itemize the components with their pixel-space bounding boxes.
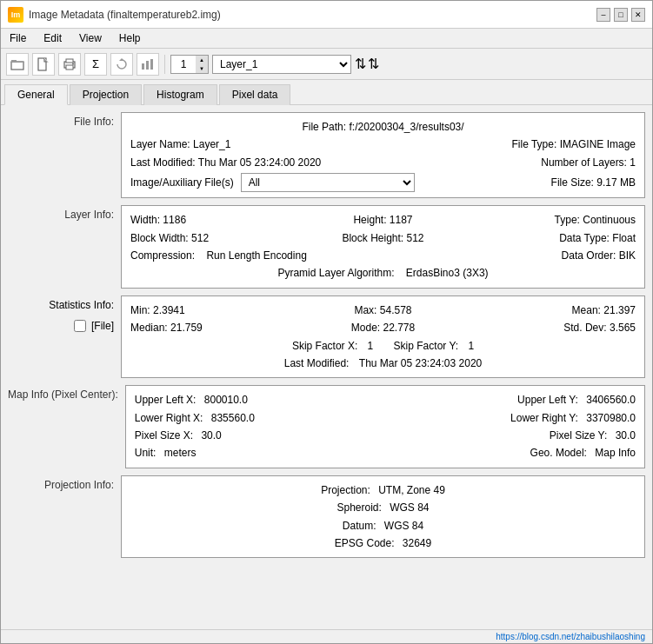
layer-select[interactable]: Layer_1 — [212, 55, 351, 74]
tab-histogram[interactable]: Histogram — [143, 84, 217, 105]
maximize-button[interactable]: □ — [614, 8, 628, 22]
projection-info-box: Projection: UTM, Zone 49 Spheroid: WGS 8… — [121, 475, 645, 559]
layer-number-input[interactable]: 1 — [171, 56, 196, 73]
minimize-button[interactable]: – — [596, 8, 610, 22]
app-icon: Im — [8, 7, 23, 23]
statistics-box: Min: 2.3941 Max: 54.578 Mean: 21.397 Med… — [121, 295, 645, 379]
block-height-info: Block Height: 512 — [299, 229, 466, 247]
window-title: Image Metadata (finaltemperatureb2.img) — [29, 9, 221, 21]
status-url: https://blog.csdn.net/zhaibushilaoshing — [496, 632, 645, 641]
height-info: Height: 1187 — [299, 211, 466, 229]
tab-projection[interactable]: Projection — [70, 84, 142, 105]
stats-row-1: Min: 2.3941 Max: 54.578 Mean: 21.397 — [130, 302, 636, 319]
file-size-value: 9.17 MB — [596, 176, 636, 189]
svg-rect-10 — [146, 61, 149, 70]
data-order-info: Data Order: BIK — [384, 247, 636, 264]
proj-row-4: EPSG Code: 32649 — [130, 534, 636, 552]
width-info: Width: 1186 — [130, 211, 297, 229]
toolbar-separator — [164, 55, 165, 74]
auxiliary-row: Image/Auxiliary File(s) All File Size: 9… — [130, 173, 636, 192]
lower-right-x-info: Lower Right X: 835560.0 — [135, 409, 384, 427]
file-info-box: File Path: f:/20200304_3/results03/ Laye… — [121, 112, 645, 198]
file-info-label: File Info: — [8, 112, 121, 128]
mode-info: Mode: 22.778 — [299, 319, 466, 336]
file-type-label: File Type: — [511, 138, 556, 150]
lower-right-y-info: Lower Right Y: 3370980.0 — [386, 409, 636, 427]
median-info: Median: 21.759 — [130, 319, 297, 336]
layer-info-label: Layer Info: — [8, 205, 121, 221]
spinbox-up[interactable]: ▲ — [196, 56, 208, 64]
tab-pixel-data[interactable]: Pixel data — [219, 84, 291, 105]
content-area: File Info: File Path: f:/20200304_3/resu… — [1, 105, 652, 629]
layer-row-3: Compression: Run Length Encoding Data Or… — [130, 247, 636, 264]
statistics-section: Statistics Info: [File] Min: 2.3941 Max:… — [8, 295, 645, 379]
statistics-label-area: Statistics Info: [File] — [8, 295, 121, 332]
stats-row-3: Skip Factor X: 1 Skip Factor Y: 1 — [130, 337, 636, 355]
stats-button[interactable]: Σ — [84, 53, 107, 76]
title-bar: Im Image Metadata (finaltemperatureb2.im… — [1, 1, 652, 29]
file-checkbox-label: [File] — [91, 320, 114, 332]
layer-info-section: Layer Info: Width: 1186 Height: 1187 Typ… — [8, 205, 645, 289]
auxiliary-label: Image/Auxiliary File(s) — [130, 174, 234, 191]
layer-spinbox[interactable]: 1 ▲ ▼ — [170, 55, 209, 74]
sort-desc-icon[interactable]: ⇅ — [368, 56, 379, 72]
refresh-button[interactable] — [110, 53, 133, 76]
proj-row-3: Datum: WGS 84 — [130, 517, 636, 534]
pixel-size-x-info: Pixel Size X: 30.0 — [135, 427, 384, 444]
proj-row-2: Spheroid: WGS 84 — [130, 499, 636, 516]
map-row-2: Lower Right X: 835560.0 Lower Right Y: 3… — [135, 409, 636, 427]
type-info: Type: Continuous — [469, 211, 636, 229]
svg-rect-0 — [11, 62, 23, 70]
file-path-label: File Path: — [302, 121, 346, 133]
compression-info: Compression: Run Length Encoding — [130, 247, 383, 264]
open-button[interactable] — [6, 53, 29, 76]
upper-left-x-info: Upper Left X: 800010.0 — [135, 391, 384, 408]
menu-view[interactable]: View — [74, 30, 107, 46]
max-info: Max: 54.578 — [299, 302, 466, 319]
map-info-section: Map Info (Pixel Center): Upper Left X: 8… — [8, 385, 645, 468]
close-button[interactable]: ✕ — [631, 8, 645, 22]
projection-info-label: Projection Info: — [8, 475, 121, 491]
map-row-4: Unit: meters Geo. Model: Map Info — [135, 444, 636, 461]
skip-x-info: Skip Factor X: 1 — [292, 340, 394, 352]
last-modified-label: Last Modified: — [130, 156, 196, 169]
tabs: General Projection Histogram Pixel data — [1, 80, 652, 105]
block-width-info: Block Width: 512 — [130, 229, 297, 247]
menu-help[interactable]: Help — [114, 30, 146, 46]
chart-button[interactable] — [137, 53, 159, 76]
status-bar: https://blog.csdn.net/zhaibushilaoshing — [1, 629, 652, 643]
layer-row-4: Pyramid Layer Algorithm: ErdasBino3 (3X3… — [130, 264, 636, 282]
checkbox-row: [File] — [74, 320, 114, 332]
toolbar: Σ 1 ▲ ▼ Layer_1 ⇅ ⇅ — [1, 49, 652, 80]
pixel-size-y-info: Pixel Size Y: 30.0 — [386, 427, 636, 444]
skip-y-info: Skip Factor Y: 1 — [394, 340, 475, 352]
mean-info: Mean: 21.397 — [469, 302, 636, 319]
map-info-box: Upper Left X: 800010.0 Upper Left Y: 340… — [125, 385, 645, 468]
tab-general[interactable]: General — [4, 84, 68, 105]
map-row-3: Pixel Size X: 30.0 Pixel Size Y: 30.0 — [135, 427, 636, 444]
last-modified-value: Thu Mar 05 23:24:00 2020 — [198, 156, 321, 169]
stats-row-4: Last Modified: Thu Mar 05 23:24:03 2020 — [130, 355, 636, 372]
print-button[interactable] — [58, 53, 81, 76]
file-size-label: File Size: — [551, 176, 594, 189]
new-button[interactable] — [32, 53, 55, 76]
layer-filetype-row: Layer Name: Layer_1 File Type: IMAGINE I… — [130, 136, 636, 153]
menu-edit[interactable]: Edit — [38, 30, 67, 46]
last-modified-info: Last Modified: Thu Mar 05 23:24:00 2020 — [130, 154, 321, 171]
upper-left-y-info: Upper Left Y: 3406560.0 — [386, 391, 636, 408]
layer-name-info: Layer Name: Layer_1 — [130, 136, 230, 153]
svg-point-7 — [72, 63, 74, 64]
file-type-value: IMAGINE Image — [560, 138, 636, 150]
projection-info-section: Projection Info: Projection: UTM, Zone 4… — [8, 475, 645, 559]
sort-icons: ⇅ ⇅ — [355, 56, 379, 72]
layer-row-2: Block Width: 512 Block Height: 512 Data … — [130, 229, 636, 247]
num-layers-info: Number of Layers: 1 — [541, 154, 636, 171]
proj-row-1: Projection: UTM, Zone 49 — [130, 481, 636, 499]
sort-asc-icon[interactable]: ⇅ — [355, 56, 366, 72]
main-window: Im Image Metadata (finaltemperatureb2.im… — [0, 0, 653, 644]
file-path-row: File Path: f:/20200304_3/results03/ — [130, 118, 636, 136]
file-checkbox[interactable] — [74, 320, 86, 332]
menu-file[interactable]: File — [4, 30, 31, 46]
auxiliary-select[interactable]: All — [241, 173, 415, 192]
spinbox-down[interactable]: ▼ — [196, 64, 208, 73]
